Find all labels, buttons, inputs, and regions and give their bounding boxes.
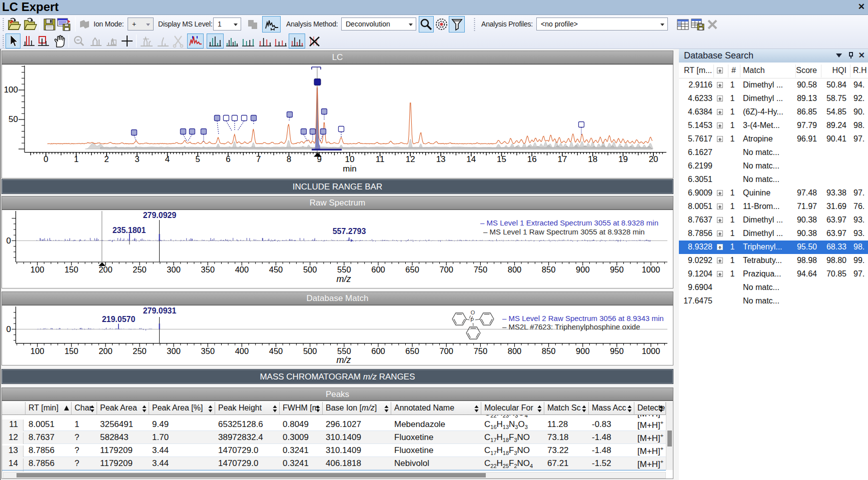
svg-text:350: 350 — [201, 265, 215, 274]
svg-text:8: 8 — [287, 154, 291, 164]
svg-text:950: 950 — [610, 346, 624, 356]
svg-text:– MS2L #7623: Triphenylphosphi: – MS2L #7623: Triphenylphosphine oxide — [502, 322, 640, 331]
svg-text:6: 6 — [226, 154, 230, 164]
svg-text:500: 500 — [303, 346, 317, 356]
svg-text:350: 350 — [201, 346, 215, 356]
svg-text:279.0931: 279.0931 — [143, 306, 177, 315]
svg-text:850: 850 — [542, 265, 556, 274]
svg-text:250: 250 — [133, 346, 147, 356]
svg-text:900: 900 — [576, 265, 590, 274]
svg-text:P: P — [470, 317, 474, 323]
svg-text:550: 550 — [337, 346, 351, 356]
svg-text:250: 250 — [133, 265, 147, 274]
svg-text:4: 4 — [165, 154, 170, 164]
svg-text:13: 13 — [436, 154, 446, 164]
svg-text:O: O — [471, 310, 475, 316]
svg-text:800: 800 — [508, 346, 522, 356]
svg-text:0: 0 — [44, 154, 48, 164]
svg-text:100: 100 — [31, 346, 45, 356]
svg-text:0: 0 — [7, 236, 11, 246]
svg-text:557.2793: 557.2793 — [333, 227, 366, 236]
svg-text:1000: 1000 — [642, 265, 660, 274]
svg-text:1000: 1000 — [642, 346, 660, 356]
svg-text:200: 200 — [99, 346, 113, 356]
svg-text:14: 14 — [466, 154, 476, 164]
svg-text:– MS Level 2 Raw Spectrum 3056: – MS Level 2 Raw Spectrum 3056 at 8.9343… — [502, 314, 664, 322]
svg-text:100: 100 — [31, 265, 45, 274]
svg-text:800: 800 — [508, 265, 522, 274]
svg-text:600: 600 — [371, 265, 385, 274]
svg-text:700: 700 — [439, 346, 453, 356]
svg-text:650: 650 — [405, 346, 419, 356]
svg-text:750: 750 — [474, 346, 488, 356]
svg-text:150: 150 — [65, 346, 79, 356]
svg-text:600: 600 — [371, 346, 385, 356]
svg-text:150: 150 — [65, 265, 79, 274]
svg-text:950: 950 — [610, 265, 624, 274]
svg-text:17: 17 — [557, 154, 567, 164]
svg-text:219.0570: 219.0570 — [102, 315, 136, 324]
svg-text:m/z: m/z — [337, 355, 351, 365]
svg-text:650: 650 — [405, 265, 419, 274]
svg-text:235.1801: 235.1801 — [113, 226, 146, 234]
svg-text:5: 5 — [196, 154, 200, 164]
svg-text:450: 450 — [269, 265, 283, 274]
svg-text:750: 750 — [474, 265, 488, 274]
svg-text:18: 18 — [588, 154, 597, 164]
svg-text:50: 50 — [9, 114, 18, 124]
svg-text:200: 200 — [99, 265, 113, 274]
svg-text:12: 12 — [406, 154, 415, 164]
svg-text:2: 2 — [104, 154, 109, 164]
svg-text:20: 20 — [649, 154, 658, 164]
svg-text:850: 850 — [542, 346, 556, 356]
svg-text:550: 550 — [337, 265, 351, 274]
svg-text:900: 900 — [576, 346, 590, 356]
svg-text:700: 700 — [439, 265, 453, 274]
svg-text:300: 300 — [167, 346, 181, 356]
svg-text:279.0929: 279.0929 — [143, 211, 177, 220]
svg-text:400: 400 — [235, 346, 249, 356]
svg-text:300: 300 — [167, 265, 181, 274]
svg-text:m/z: m/z — [337, 274, 351, 284]
svg-text:16: 16 — [527, 154, 537, 164]
svg-text:19: 19 — [618, 154, 628, 164]
svg-text:15: 15 — [497, 154, 506, 164]
svg-text:400: 400 — [235, 265, 249, 274]
svg-text:7: 7 — [256, 154, 261, 164]
svg-text:10: 10 — [345, 154, 354, 164]
svg-text:– MS Level 1 Raw Spectrum 3055: – MS Level 1 Raw Spectrum 3055 at 8.9328… — [483, 228, 645, 236]
svg-text:0: 0 — [7, 324, 11, 334]
svg-text:min: min — [343, 164, 356, 174]
svg-text:100: 100 — [4, 85, 18, 94]
svg-text:11: 11 — [376, 154, 385, 164]
svg-text:450: 450 — [269, 346, 283, 356]
svg-text:1: 1 — [74, 154, 79, 164]
svg-text:3: 3 — [135, 154, 139, 164]
svg-text:500: 500 — [303, 265, 317, 274]
svg-text:– MS Level 1 Extracted Spectru: – MS Level 1 Extracted Spectrum 3055 at … — [480, 218, 658, 227]
